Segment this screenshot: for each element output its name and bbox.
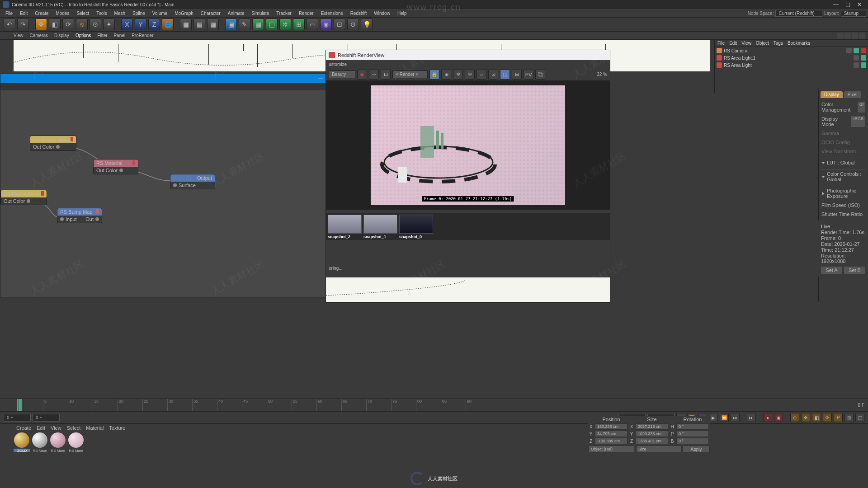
mat-menu[interactable]: Select <box>67 425 81 431</box>
display-tab[interactable]: Display <box>821 91 843 98</box>
viewport-icon[interactable] <box>852 33 858 39</box>
bend[interactable]: ✲ <box>279 19 291 30</box>
grid-icon[interactable]: ⊞ <box>441 70 451 80</box>
menu-item[interactable]: Select <box>73 10 93 17</box>
material-item[interactable]: RS Mate <box>50 432 66 452</box>
section-header[interactable]: LUT : Global <box>821 158 866 167</box>
render-settings[interactable]: ▦ <box>207 19 219 30</box>
pick-icon[interactable]: ⊹ <box>369 70 379 80</box>
viewport-menu-item[interactable]: Options <box>75 33 91 38</box>
step-fwd-button[interactable]: ⏩ <box>720 413 729 422</box>
key-pla-button[interactable]: P <box>834 413 843 422</box>
pv-icon[interactable]: PV <box>524 70 533 80</box>
focus-icon[interactable]: ⊡ <box>488 70 498 80</box>
rs-tag[interactable] <box>861 48 866 53</box>
snowflake-icon[interactable]: ❄ <box>453 70 463 80</box>
menu-item[interactable]: Tracker <box>273 10 295 17</box>
render-viewport[interactable]: Frame 0: 2020-01-27 21:12:27 (1.76s) <box>326 81 610 210</box>
mat-menu[interactable]: View <box>51 425 61 431</box>
obj-menu[interactable]: Object <box>756 41 769 46</box>
snapshot-item[interactable]: snapshot_2 <box>328 215 362 238</box>
port-in[interactable] <box>173 183 177 187</box>
menu-item[interactable]: Simulate <box>248 10 273 17</box>
object-row[interactable]: RS Camera <box>715 47 868 54</box>
section-header[interactable]: Color Controls : Global <box>821 169 866 184</box>
rot-value[interactable]: 0 ° <box>676 438 709 444</box>
pos-value[interactable]: -138.899 cm <box>595 438 627 444</box>
object-row[interactable]: RS Area Light <box>715 61 868 69</box>
subdivision[interactable]: ▦ <box>252 19 264 30</box>
menu-item[interactable]: Redshift <box>347 10 371 17</box>
rotate-tool[interactable]: ⟳ <box>62 19 74 30</box>
menu-item[interactable]: Create <box>31 10 52 17</box>
visibility-tag[interactable] <box>861 62 866 68</box>
obj-menu[interactable]: File <box>717 41 725 46</box>
section-header[interactable]: Photographic Exposure <box>821 186 866 201</box>
viewport-menu-item[interactable]: Display <box>54 33 69 38</box>
snapshot-icon[interactable]: ◫ <box>500 70 510 80</box>
aov-dropdown[interactable]: Beauty <box>329 70 355 78</box>
snapshot-item[interactable]: snapshot_0 <box>399 215 433 238</box>
node-output[interactable]: Output Surface <box>170 174 215 189</box>
port-out[interactable] <box>119 169 123 172</box>
render-dropdown[interactable]: < Render > <box>392 70 428 78</box>
mat-menu[interactable]: Edit <box>37 425 45 431</box>
menu-item[interactable]: File <box>2 10 16 17</box>
node-maxon-noise[interactable]: RS Maxon Noise Out Color <box>30 136 76 151</box>
mat-menu[interactable]: Material <box>86 425 104 431</box>
size-value[interactable]: 2027.216 cm <box>636 423 668 430</box>
material-item[interactable]: GOLD <box>14 432 30 452</box>
visibility-tag[interactable] <box>861 55 866 61</box>
port-out[interactable] <box>56 145 60 149</box>
world-axis[interactable]: 🌐 <box>162 19 174 30</box>
node-maxon-noise[interactable]: RS Maxon Noise Out Color <box>0 190 47 205</box>
set-b-button[interactable]: Set B <box>844 267 865 274</box>
undo-button[interactable]: ↶ <box>4 19 15 30</box>
axis-y[interactable]: Y <box>135 19 146 30</box>
key-pos-button[interactable]: ⊙ <box>790 413 799 422</box>
cube-primitive[interactable]: ▣ <box>225 19 237 30</box>
visibility-tag[interactable] <box>854 62 859 68</box>
rot-value[interactable]: 0 ° <box>676 423 709 430</box>
timeline[interactable]: 0 5 10 15 20 25 30 35 40 45 50 55 60 65 … <box>0 399 868 411</box>
object-row[interactable]: RS Area Light.1 <box>715 54 868 61</box>
node-bump-map[interactable]: RS Bump Map InputOut <box>57 208 102 223</box>
maximize-button[interactable]: ▢ <box>842 0 854 9</box>
render-view[interactable]: ▦ <box>180 19 192 30</box>
size-value[interactable]: 1338.401 cm <box>636 438 668 444</box>
layout-dropdown[interactable]: Startup <box>841 10 866 17</box>
viewport-menu-item[interactable]: Panel <box>114 33 126 38</box>
menu-item[interactable]: Animate <box>224 10 248 17</box>
obj-menu[interactable]: View <box>741 41 751 46</box>
viewport-menu-item[interactable]: View <box>14 33 24 38</box>
add-point-tool[interactable]: ✦ <box>103 19 115 30</box>
visibility-tag[interactable] <box>846 48 852 53</box>
pen-tool[interactable]: ✎ <box>239 19 250 30</box>
goto-end-button[interactable]: ⏭ <box>731 413 740 422</box>
axis-x[interactable]: X <box>121 19 133 30</box>
pixel-tab[interactable]: Pixel <box>844 91 861 98</box>
visibility-tag[interactable] <box>854 55 859 61</box>
bulb[interactable]: 💡 <box>361 19 373 30</box>
renderview-titlebar[interactable]: Redshift RenderView <box>326 50 610 60</box>
pos-value[interactable]: 34.795 cm <box>595 431 627 437</box>
bottom-curve[interactable] <box>326 277 610 302</box>
port-out[interactable] <box>27 199 30 203</box>
material-item[interactable]: RS Mate <box>68 432 84 452</box>
menu-item[interactable]: Spline <box>129 10 149 17</box>
snapshot-item[interactable]: snapshot_1 <box>363 215 397 238</box>
next-key-button[interactable]: ⏭ <box>747 413 756 422</box>
menu-item[interactable]: Edit <box>16 10 31 17</box>
menu-item[interactable]: Mesh <box>111 10 129 17</box>
menu-item[interactable]: Extensions <box>317 10 347 17</box>
cloner[interactable]: ⊞ <box>293 19 305 30</box>
tag[interactable]: ⊙ <box>347 19 359 30</box>
menu-item[interactable]: Character <box>197 10 224 17</box>
frame-current[interactable]: 0 F <box>33 414 60 422</box>
viewport-icon[interactable] <box>844 33 851 39</box>
prop-value[interactable]: sRGB <box>851 116 865 127</box>
viewport-icon[interactable] <box>859 33 865 39</box>
minimize-button[interactable]: — <box>830 0 842 9</box>
menu-item[interactable]: Window <box>370 10 394 17</box>
play-button[interactable]: ▶ <box>709 413 718 422</box>
